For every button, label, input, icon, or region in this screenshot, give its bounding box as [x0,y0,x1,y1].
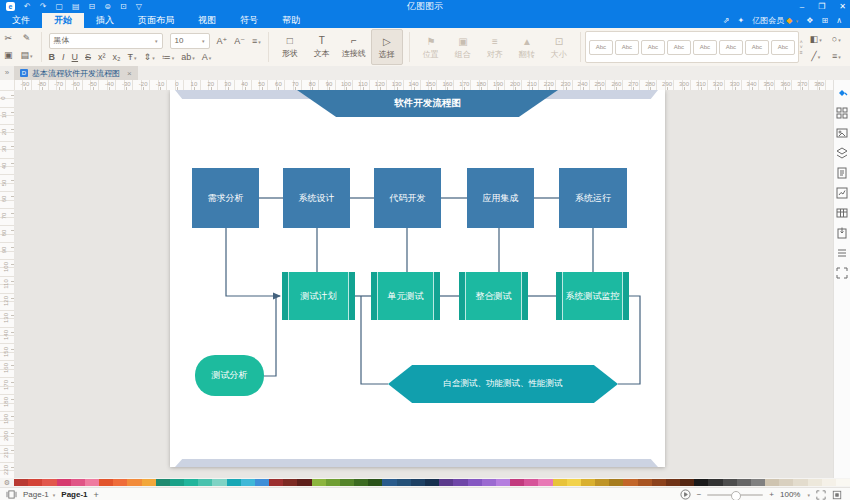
tab-page-layout[interactable]: 页面布局 [126,13,186,28]
close-button[interactable]: ✕ [839,0,846,13]
zoom-out-button[interactable]: − [697,490,702,499]
new-document-icon[interactable]: ▢ [55,2,63,11]
tab-symbols[interactable]: 符号 [228,13,270,28]
note-icon[interactable] [836,166,849,179]
color-swatch[interactable] [439,479,453,486]
style-chip[interactable]: Abc [641,40,665,55]
color-swatch[interactable] [623,479,637,486]
minimize-button[interactable]: – [800,0,804,13]
copy-icon[interactable]: ▣ [4,47,13,64]
list-button[interactable]: ≔▾ [162,52,175,62]
style-chip[interactable]: Abc [589,40,613,55]
undo-icon[interactable]: ↶ [24,2,31,11]
membership-button[interactable]: 亿图会员 ◆ ▾ [752,15,798,26]
zoom-slider[interactable] [707,494,763,496]
chart-icon[interactable] [836,186,849,199]
color-swatch[interactable] [227,479,241,486]
color-swatch[interactable] [85,479,99,486]
cut-icon[interactable]: ✂ [4,30,12,47]
color-swatch[interactable] [184,479,198,486]
font-family-select[interactable]: 黑体▾ [49,33,163,49]
color-swatch[interactable] [312,479,326,486]
color-swatch[interactable] [326,479,340,486]
color-swatch[interactable] [368,479,382,486]
line-color-icon[interactable]: ╱▾ [811,51,820,61]
color-swatch[interactable] [581,479,595,486]
tab-file[interactable]: 文件 [0,13,42,28]
flow-node-app-integration[interactable]: 应用集成 [467,168,534,228]
tab-insert[interactable]: 插入 [84,13,126,28]
flow-node-unit-test[interactable]: 单元测试 [371,272,440,320]
diagram-title-banner[interactable]: 软件开发流程图 [297,90,558,117]
color-swatch[interactable] [567,479,581,486]
tab-view[interactable]: 视图 [186,13,228,28]
color-swatch[interactable] [836,479,850,486]
flow-node-integration-test[interactable]: 整合测试 [459,272,528,320]
strikethrough-button[interactable]: S [85,52,91,62]
color-swatch[interactable] [71,479,85,486]
color-swatch[interactable] [283,479,297,486]
flow-node-test-plan[interactable]: 测试计划 [282,272,355,320]
export-icon[interactable]: ⊡ [120,2,127,11]
text-tool[interactable]: T 文本 [307,29,337,63]
color-swatch[interactable] [340,479,354,486]
shrink-font-button[interactable]: A⁻ [234,36,245,46]
superscript-button[interactable]: x² [98,52,106,62]
style-chip[interactable]: Abc [745,40,769,55]
fill-color-icon[interactable]: ◧▾ [810,34,822,44]
more-commands-icon[interactable]: ▽ [136,2,142,11]
color-swatch[interactable] [779,479,793,486]
color-swatch[interactable] [468,479,482,486]
color-swatch[interactable] [609,479,623,486]
color-swatch[interactable] [42,479,56,486]
redo-icon[interactable]: ↷ [40,2,47,11]
flow-node-requirements[interactable]: 需求分析 [192,168,259,228]
color-swatch[interactable] [765,479,779,486]
color-swatch[interactable] [538,479,552,486]
position-tool[interactable]: ⚑ 位置 [416,30,446,64]
flow-node-system-test-monitor[interactable]: 系统测试监控 [556,272,629,320]
picture-icon[interactable] [836,126,849,139]
color-swatch[interactable] [198,479,212,486]
flow-node-test-types[interactable]: 白盒测试、功能测试、性能测试 [388,365,618,403]
color-swatch[interactable] [269,479,283,486]
style-chip[interactable]: Abc [615,40,639,55]
color-swatch[interactable] [737,479,751,486]
color-swatch[interactable] [793,479,807,486]
color-swatch[interactable] [382,479,396,486]
apps-grid-icon[interactable]: ⊞ [821,16,828,25]
style-chip[interactable]: Abc [667,40,691,55]
zoom-in-button[interactable]: + [769,490,774,499]
format-painter-icon[interactable]: ✎ [23,30,31,47]
color-swatch[interactable] [255,479,269,486]
color-swatch[interactable] [14,479,28,486]
zoom-dropdown-icon[interactable]: ▾ [807,492,810,498]
size-tool[interactable]: ⊡ 大小 [544,30,574,64]
bold-button[interactable]: B [49,52,56,62]
color-swatch[interactable] [297,479,311,486]
paste-icon[interactable]: ▤▾ [21,47,33,65]
subscript-button[interactable]: x₂ [113,52,121,62]
color-swatch[interactable] [28,479,42,486]
flip-tool[interactable]: ▲ 翻转 [512,30,542,64]
color-swatch[interactable] [708,479,722,486]
color-swatch[interactable] [170,479,184,486]
layers-icon[interactable] [836,146,849,159]
style-chip[interactable]: Abc [719,40,743,55]
italic-button[interactable]: I [62,52,65,62]
share-icon[interactable]: ⇗ [723,16,730,25]
select-tool[interactable]: ▷ 选择 [371,29,403,65]
color-swatch[interactable] [156,479,170,486]
color-swatch[interactable] [496,479,510,486]
page-select-dropdown[interactable]: Page-1▾ [23,490,55,499]
color-swatch[interactable] [57,479,71,486]
color-swatch[interactable] [751,479,765,486]
font-color-button[interactable]: A▾ [202,52,212,62]
presentation-button[interactable] [680,489,691,500]
color-swatch[interactable] [694,479,708,486]
color-swatch[interactable] [666,479,680,486]
flow-node-code-dev[interactable]: 代码开发 [374,168,441,228]
shape-style-icon[interactable]: ○▾ [832,34,841,44]
style-chip[interactable]: Abc [693,40,717,55]
line-spacing-button[interactable]: ⇕▾ [144,52,155,62]
